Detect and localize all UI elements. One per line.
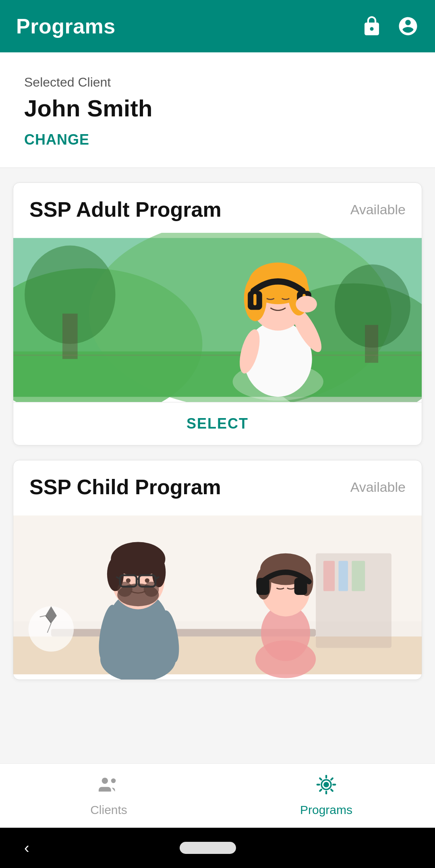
svg-point-63 bbox=[323, 782, 329, 787]
bottom-nav: Clients Programs bbox=[0, 763, 435, 828]
svg-point-48 bbox=[126, 578, 130, 583]
svg-line-72 bbox=[320, 789, 321, 791]
svg-rect-21 bbox=[253, 294, 257, 305]
svg-point-42 bbox=[144, 582, 159, 597]
program-name-child: SSP Child Program bbox=[29, 475, 221, 499]
svg-rect-29 bbox=[323, 561, 335, 591]
svg-rect-31 bbox=[352, 561, 365, 591]
program-name-adult: SSP Adult Program bbox=[29, 197, 222, 222]
nav-item-programs[interactable]: Programs bbox=[218, 775, 435, 817]
program-image-child bbox=[13, 510, 422, 679]
svg-rect-30 bbox=[338, 561, 348, 591]
program-card-header-adult: SSP Adult Program Available bbox=[13, 183, 422, 233]
svg-line-70 bbox=[331, 789, 333, 791]
svg-rect-8 bbox=[365, 325, 378, 363]
program-status-child: Available bbox=[350, 479, 406, 495]
header-actions bbox=[361, 15, 419, 37]
svg-rect-6 bbox=[62, 314, 78, 359]
programs-nav-label: Programs bbox=[300, 803, 352, 817]
programs-list: SSP Adult Program Available bbox=[0, 168, 435, 763]
svg-point-62 bbox=[111, 778, 116, 783]
svg-rect-59 bbox=[257, 578, 269, 595]
svg-line-69 bbox=[320, 778, 321, 780]
back-button[interactable]: ‹ bbox=[24, 839, 29, 857]
nav-item-clients[interactable]: Clients bbox=[0, 775, 218, 817]
program-status-adult: Available bbox=[350, 202, 406, 218]
programs-icon bbox=[315, 775, 337, 799]
clients-nav-label: Clients bbox=[90, 803, 127, 817]
program-card-child: SSP Child Program Available bbox=[13, 460, 422, 680]
page-title: Programs bbox=[16, 14, 116, 38]
system-bar: ‹ bbox=[0, 828, 435, 868]
selected-client-label: Selected Client bbox=[24, 75, 411, 90]
program-image-adult bbox=[13, 233, 422, 402]
home-indicator[interactable] bbox=[180, 842, 236, 854]
svg-point-49 bbox=[145, 578, 149, 583]
svg-rect-60 bbox=[294, 578, 307, 595]
client-section: Selected Client John Smith CHANGE bbox=[0, 52, 435, 168]
lock-icon[interactable] bbox=[361, 15, 383, 37]
svg-point-23 bbox=[296, 296, 317, 312]
change-client-button[interactable]: CHANGE bbox=[24, 131, 89, 148]
svg-point-61 bbox=[102, 777, 108, 783]
client-name: John Smith bbox=[24, 95, 411, 122]
app-header: Programs bbox=[0, 0, 435, 52]
select-button-container-adult: SELECT bbox=[13, 402, 422, 445]
profile-icon[interactable] bbox=[397, 15, 419, 37]
clients-icon bbox=[98, 775, 120, 799]
program-card-adult: SSP Adult Program Available bbox=[13, 182, 422, 445]
program-card-header-child: SSP Child Program Available bbox=[13, 460, 422, 510]
svg-line-71 bbox=[331, 778, 333, 780]
select-adult-button[interactable]: SELECT bbox=[186, 415, 249, 432]
